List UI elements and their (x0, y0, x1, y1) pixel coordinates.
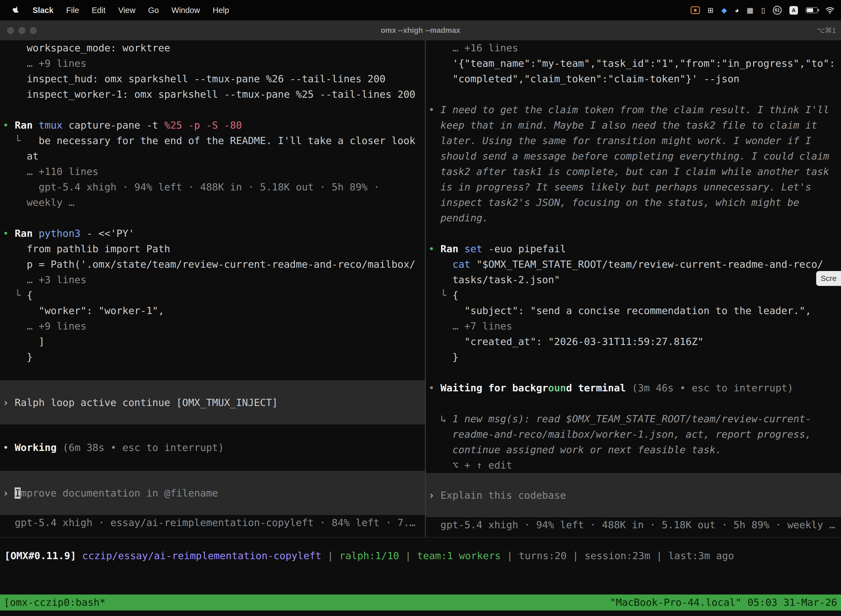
dots-grid-icon[interactable]: ▦ (747, 7, 753, 14)
apple-menu[interactable] (13, 6, 19, 14)
terminal-line: keep that in mind. Maybe I also need the… (426, 117, 841, 133)
terminal-line: weekly … (0, 195, 425, 210)
battery-icon[interactable] (806, 7, 818, 13)
terminal-line: gpt-5.4 xhigh · 94% left · 488K in · 5.1… (0, 179, 425, 195)
ralph-loop-band[interactable]: › Ralph loop active continue [OMX_TMUX_I… (0, 380, 425, 424)
terminal-line: • Waiting for background terminal (3m 46… (426, 380, 841, 396)
terminal-line: … +110 lines (0, 164, 425, 179)
tmux-host-time: "MacBook-Pro-44.local" 05:03 31-Mar-26 (610, 594, 837, 610)
terminal-line: task2 after task1 is complete, but can I… (426, 164, 841, 179)
menu-bar-status-icons: ⊞ ◆ ◕ ▦ ▯ 61 A (691, 6, 834, 15)
terminal-line: … +7 lines (426, 318, 841, 334)
terminal-line: • I need to get the claim token from the… (426, 102, 841, 117)
prompt-input-band[interactable]: › Explain this codebase (426, 473, 841, 517)
terminal-line: '{"team_name":"my-team","task_id":"1","f… (426, 56, 841, 71)
terminal-line: inspect_worker-1: omx sparkshell --tmux-… (0, 87, 425, 102)
terminal-line: … +9 lines (0, 56, 425, 71)
terminal-line: } (426, 349, 841, 365)
menu-item-go[interactable]: Go (148, 6, 159, 15)
tmux-status-bar: [omx-cczip0:bash* "MacBook-Pro-44.local"… (0, 594, 841, 610)
terminal-line: … +3 lines (0, 272, 425, 287)
menu-item-edit[interactable]: Edit (92, 6, 105, 15)
terminal-line (426, 396, 841, 411)
terminal-line: inspect_hud: omx sparkshell --tmux-pane … (0, 71, 425, 87)
terminal-line: "subject": "send a concise recommendatio… (426, 303, 841, 318)
menu-item-help[interactable]: Help (213, 6, 229, 15)
stat-badge[interactable]: 61 (773, 6, 782, 15)
window-shortcut: ⌥⌘1 (817, 21, 836, 40)
omx-status-line: [OMX#0.11.9] cczip/essay/ai-reimplementa… (0, 548, 841, 563)
macos-menu-bar: Slack File Edit View Go Window Help ⊞ ◆ … (0, 0, 841, 21)
terminal-line (0, 365, 425, 380)
terminal-line: ⌥ + ↑ edit (426, 458, 841, 473)
terminal-line: is in progress? It seems likely but perh… (426, 179, 841, 195)
terminal-line: continue assigned work or next feasible … (426, 442, 841, 458)
terminal-line: ] (0, 334, 425, 349)
terminal-line: … +9 lines (0, 318, 425, 334)
clock-icon[interactable]: ◕ (734, 7, 739, 14)
terminal-line: • Ran set -euo pipefail (426, 241, 841, 257)
terminal-line: pending. (426, 210, 841, 226)
left-terminal-pane[interactable]: workspace_mode: worktree … +9 lines insp… (0, 40, 425, 537)
pane-divider-horizontal (0, 537, 841, 538)
terminal-line: should send a message before completing … (426, 148, 841, 164)
terminal-line: └ { (0, 287, 425, 303)
screen-recording-icon[interactable] (691, 6, 700, 14)
terminal-line: workspace_mode: worktree (0, 40, 425, 56)
terminal-line: • Ran python3 - <<'PY' (0, 226, 425, 241)
tmux-session-label: [omx-cczip0:bash* (4, 594, 105, 610)
terminal-line: … +16 lines (426, 40, 841, 56)
terminal-line (426, 87, 841, 102)
terminal-line (426, 365, 841, 380)
menu-item-view[interactable]: View (119, 6, 135, 15)
terminal-line: └ be necessary for the end of the README… (0, 133, 425, 148)
terminal-line: ↳ 1 new msg(s): read $OMX_TEAM_STATE_ROO… (426, 411, 841, 427)
terminal-line: • Ran tmux capture-pane -t %25 -p -S -80 (0, 117, 425, 133)
window-title-bar[interactable]: omx --xhigh --madmax ⌥⌘1 (0, 21, 841, 41)
terminal-line: "worker": "worker-1", (0, 303, 425, 318)
terminal-window[interactable]: workspace_mode: worktree … +9 lines insp… (0, 40, 841, 616)
menu-item-window[interactable]: Window (171, 6, 200, 15)
terminal-line (0, 455, 425, 471)
wifi-icon[interactable] (826, 7, 834, 14)
terminal-line: "created_at": "2026-03-31T11:59:27.816Z" (426, 334, 841, 349)
terminal-line: at (0, 148, 425, 164)
terminal-line (0, 102, 425, 117)
menu-item-slack[interactable]: Slack (32, 6, 54, 15)
terminal-line (426, 226, 841, 241)
right-terminal-pane[interactable]: … +16 lines '{"team_name":"my-team","tas… (426, 40, 841, 537)
terminal-line: inspect task2's JSON, focusing on the st… (426, 195, 841, 210)
menu-item-file[interactable]: File (66, 6, 79, 15)
grid-icon[interactable]: ⊞ (708, 7, 714, 14)
terminal-line: p = Path('.omx/state/team/review-current… (0, 257, 425, 272)
diamond-icon[interactable]: ◆ (721, 7, 727, 14)
terminal-line: └ { (426, 287, 841, 303)
apple-logo-icon (13, 6, 19, 14)
screen-share-overlay[interactable]: Scre (816, 271, 841, 286)
terminal-line: from pathlib import Path (0, 241, 425, 257)
terminal-line: gpt-5.4 xhigh · essay/ai-reimplementatio… (0, 515, 425, 531)
terminal-line: "completed","claim_token":"claim-token"}… (426, 71, 841, 87)
terminal-line: later. Using the same for transition mig… (426, 133, 841, 148)
terminal-line: tasks/task-2.json" (426, 272, 841, 287)
terminal-line: gpt-5.4 xhigh · 94% left · 488K in · 5.1… (426, 517, 841, 532)
terminal-line: } (0, 349, 425, 365)
terminal-line (0, 210, 425, 226)
terminal-line: cat "$OMX_TEAM_STATE_ROOT/team/review-cu… (426, 257, 841, 272)
terminal-line: readme-and-reco/mailbox/worker-1.json, a… (426, 427, 841, 442)
window-title: omx --xhigh --madmax (0, 21, 841, 40)
terminal-line: • Working (6m 38s • esc to interrupt) (0, 440, 425, 455)
terminal-line (0, 424, 425, 440)
pane-divider[interactable] (425, 40, 426, 538)
pill-icon[interactable]: ▯ (761, 7, 765, 14)
keyboard-layout-icon[interactable]: A (790, 6, 798, 15)
prompt-input-band[interactable]: › Improve documentation in @filename (0, 471, 425, 515)
